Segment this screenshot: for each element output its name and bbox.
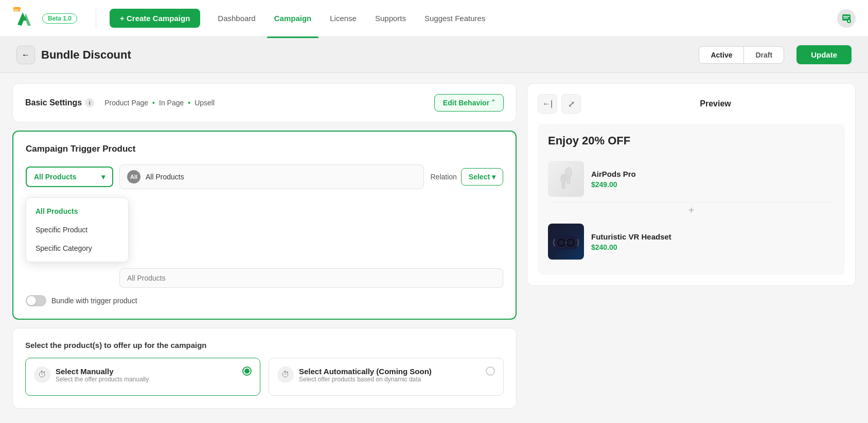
svg-point-19 (569, 241, 572, 244)
product-price-airpods: $249.00 (591, 180, 636, 189)
trigger-dropdown-value: All Products (34, 173, 76, 181)
preview-discount-card: Enjoy 20% OFF AirPods Pro (538, 124, 845, 275)
product-price-vr: $240.00 (591, 243, 671, 251)
product-name-vr: Futuristic VR Headset (591, 232, 671, 241)
nav-item-campaign[interactable]: Campaign (267, 10, 319, 27)
offer-card-auto[interactable]: ⏱ Select Automatically (Coming Soon) Sel… (269, 358, 504, 396)
offer-card-auto-info: Select Automatically (Coming Soon) Selec… (299, 367, 432, 383)
radio-dot-manual (244, 369, 250, 374)
offer-card-manual-title: Select Manually (56, 367, 149, 376)
nav-item-license[interactable]: License (323, 10, 364, 27)
relation-select-button[interactable]: Select ▾ (461, 168, 503, 186)
page-header: ← Bundle Discount Active Draft Update (0, 37, 868, 73)
preview-title: Preview (586, 99, 845, 108)
offer-card-manual-icon: ⏱ (34, 366, 50, 383)
svg-point-16 (560, 241, 563, 244)
all-badge: All (127, 170, 140, 183)
nav-item-supports[interactable]: Supports (368, 10, 413, 27)
back-button[interactable]: ← (16, 46, 35, 64)
nav-item-dashboard[interactable]: Dashboard (210, 10, 262, 27)
plus-connector: + (548, 205, 835, 216)
discount-header: Enjoy 20% OFF (548, 134, 835, 148)
dropdown-item-specific[interactable]: Specific Product (26, 220, 128, 239)
product-item-airpods: AirPods Pro $249.00 (548, 156, 835, 203)
svg-rect-12 (562, 182, 565, 189)
logo-area: BETA Beta 1.0 (12, 6, 77, 31)
trigger-dropdown-button[interactable]: All Products ▾ (26, 167, 113, 187)
expand-icon: ⤢ (568, 99, 575, 109)
toggle-label: Bundle with trigger product (51, 297, 137, 305)
chevron-down-icon: ▾ (101, 173, 105, 181)
info-icon[interactable]: i (85, 98, 94, 107)
relation-group: Relation Select ▾ (430, 168, 503, 186)
header-right (837, 9, 856, 28)
offer-card-manual[interactable]: ⏱ Select Manually Select the offer produ… (25, 358, 260, 396)
dropdown-item-all[interactable]: All Products (26, 202, 128, 220)
all-products-display: All All Products (119, 164, 424, 189)
behavior-tag-upsell: Upsell (194, 99, 215, 107)
radio-indicator-manual (242, 366, 252, 376)
all-products-text: All Products (146, 173, 184, 181)
create-campaign-button[interactable]: + Create Campaign (110, 9, 200, 28)
offer-card-auto-subtitle: Select offer products based on dynamic d… (299, 376, 432, 383)
offer-card-manual-header: ⏱ Select Manually Select the offer produ… (34, 366, 252, 383)
behavior-tag-product-page: Product Page (104, 99, 148, 107)
svg-rect-10 (567, 177, 570, 184)
all-products-input[interactable] (119, 268, 503, 288)
basic-settings-card: Basic Settings i Product Page • In Page … (12, 83, 517, 122)
update-button[interactable]: Update (796, 45, 852, 64)
left-panel: Basic Settings i Product Page • In Page … (12, 83, 517, 409)
product-image-airpods (548, 161, 584, 197)
airpods-image (553, 163, 579, 194)
offer-card-auto-header: ⏱ Select Automatically (Coming Soon) Sel… (277, 366, 495, 383)
dot-1: • (152, 99, 155, 107)
product-image-vr (548, 224, 584, 260)
trigger-title: Campaign Trigger Product (26, 144, 503, 154)
page-title: Bundle Discount (41, 48, 693, 62)
main-content: Basic Settings i Product Page • In Page … (0, 73, 868, 419)
svg-point-9 (565, 168, 572, 178)
app-logo: BETA (12, 6, 37, 31)
header-divider (96, 8, 96, 29)
nav-item-suggest[interactable]: Suggest Features (417, 10, 492, 27)
trigger-second-row (119, 268, 503, 288)
preview-nav-buttons: ←| ⤢ (538, 94, 581, 114)
vr-headset-image (551, 229, 581, 254)
status-group: Active Draft (699, 46, 784, 64)
main-nav: Dashboard Campaign License Supports Sugg… (210, 10, 827, 27)
trigger-card: Campaign Trigger Product All Products ▾ … (12, 131, 517, 320)
edit-behavior-button[interactable]: Edit Behavior ˄ (434, 94, 504, 112)
dropdown-item-category[interactable]: Specific Category (26, 239, 128, 258)
relation-label: Relation (430, 173, 456, 181)
behavior-tags: Product Page • In Page • Upsell (104, 99, 424, 107)
offer-section: Select the product(s) to offer up for th… (12, 328, 517, 409)
bundle-toggle[interactable] (26, 295, 46, 306)
dropdown-menu: All Products Specific Product Specific C… (26, 197, 129, 262)
preview-header: ←| ⤢ Preview (538, 94, 845, 114)
toggle-row: Bundle with trigger product (26, 295, 503, 306)
beta-badge: Beta 1.0 (42, 13, 77, 24)
offer-title: Select the product(s) to offer up for th… (25, 341, 504, 350)
collapse-left-icon: ←| (542, 99, 553, 108)
status-active-button[interactable]: Active (699, 47, 744, 63)
offer-card-manual-subtitle: Select the offer products manually (56, 376, 149, 383)
product-item-vr: Futuristic VR Headset $240.00 (548, 218, 835, 265)
expand-button[interactable]: ⤢ (561, 94, 581, 114)
product-info-airpods: AirPods Pro $249.00 (591, 170, 636, 189)
basic-settings-label: Basic Settings i (25, 98, 94, 107)
svg-text:BETA: BETA (14, 8, 23, 11)
user-icon[interactable] (837, 9, 856, 28)
offer-card-auto-icon: ⏱ (277, 366, 294, 383)
status-draft-button[interactable]: Draft (744, 47, 784, 63)
collapse-left-button[interactable]: ←| (538, 94, 557, 114)
dot-2: • (188, 99, 190, 107)
app-header: BETA Beta 1.0 + Create Campaign Dashboar… (0, 0, 868, 37)
offer-card-manual-info: Select Manually Select the offer product… (56, 367, 149, 383)
svg-point-11 (561, 174, 566, 183)
radio-empty-auto (486, 366, 495, 376)
preview-panel: ←| ⤢ Preview Enjoy 20% OFF (527, 83, 856, 286)
back-icon: ← (22, 50, 30, 60)
toggle-knob (27, 296, 36, 305)
offer-card-auto-title: Select Automatically (Coming Soon) (299, 367, 432, 376)
offer-options: ⏱ Select Manually Select the offer produ… (25, 358, 504, 396)
